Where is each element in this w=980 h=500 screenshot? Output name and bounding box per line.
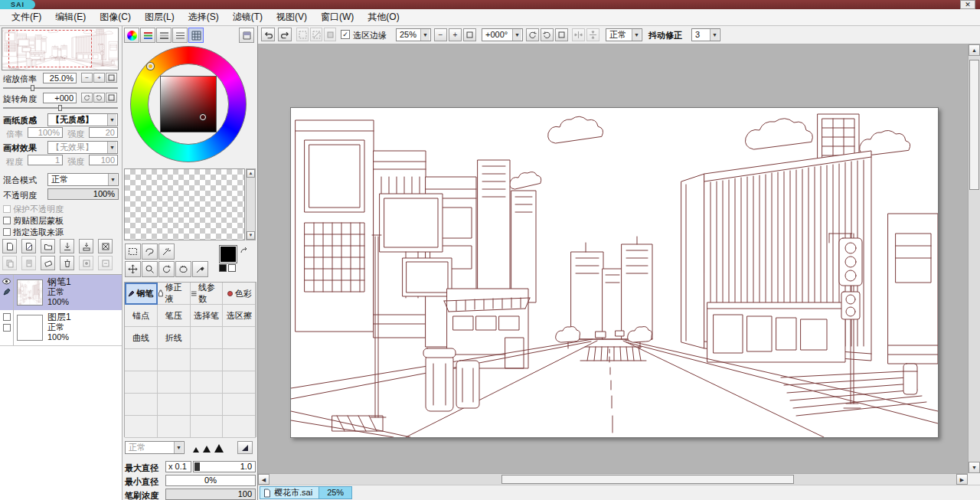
tool-slot-empty[interactable] [223, 371, 256, 394]
zoom-select[interactable]: 25%▼ [396, 28, 431, 41]
color-mixer-scratchpad[interactable] [124, 168, 245, 240]
invert-selection-button[interactable] [310, 28, 322, 41]
lock-checkbox[interactable] [3, 324, 11, 332]
layer-options-button[interactable] [98, 256, 113, 270]
option-clipping-mask[interactable]: 剪贴图层蒙板 [3, 215, 64, 225]
slider-handle[interactable] [194, 462, 200, 471]
current-color-swatch[interactable] [219, 245, 237, 263]
tool-slot-empty[interactable] [158, 416, 191, 438]
transfer-down-button[interactable] [60, 239, 74, 253]
scroll-up-icon[interactable]: ▲ [247, 169, 255, 178]
zoom-reset-button[interactable] [463, 28, 476, 41]
rect-select-tool-button[interactable] [125, 243, 141, 260]
tool-select-pen[interactable]: 选择笔 [191, 305, 224, 327]
navigator-preview[interactable] [2, 28, 119, 70]
menu-window[interactable]: 窗口(W) [314, 8, 361, 26]
menu-view[interactable]: 视图(V) [270, 8, 314, 26]
tool-slot-empty[interactable] [158, 349, 191, 371]
menu-layer[interactable]: 图层(L) [138, 8, 181, 26]
clear-layer-button[interactable] [98, 239, 113, 253]
navigator-zoom-value[interactable]: 25.0% [43, 73, 77, 83]
navigator-zoom-out-button[interactable]: − [81, 73, 93, 83]
eraser-tool-button[interactable] [41, 256, 55, 270]
document-tab[interactable]: 樱花市.sai 25% [260, 486, 352, 499]
color-wheel-tab-button[interactable] [124, 28, 139, 43]
copy-layer-button[interactable] [2, 256, 17, 270]
tool-slot-empty[interactable] [158, 394, 191, 416]
document-canvas[interactable] [290, 107, 939, 438]
menu-select[interactable]: 选择(S) [181, 8, 226, 26]
material-strength-value[interactable]: 100 [89, 155, 118, 165]
min-diameter-slider[interactable]: 0% [165, 475, 256, 486]
tool-slot-empty[interactable] [191, 416, 224, 438]
swatches-tab-button[interactable] [188, 28, 204, 43]
menu-edit[interactable]: 编辑(E) [48, 8, 93, 26]
scroll-right-icon[interactable]: ▶ [956, 474, 968, 485]
crop-selection-button[interactable] [324, 28, 336, 41]
flip-horizontal-button[interactable] [572, 28, 585, 41]
blend-mode-select[interactable]: 正常▼ [47, 173, 119, 186]
vertical-scroll-thumb[interactable] [969, 60, 979, 190]
flip-vertical-button[interactable] [586, 28, 599, 41]
lasso-tool-button[interactable] [142, 243, 158, 260]
zoom-out-button[interactable]: − [434, 28, 447, 41]
paper-texture-select[interactable]: 【无质感】▼ [47, 113, 118, 126]
tool-correction[interactable]: 修正液 [158, 283, 191, 305]
secondary-color-chip[interactable] [228, 264, 236, 272]
angle-select[interactable]: +000°▼ [482, 28, 523, 41]
brush-blend-select[interactable]: 正常▼ [125, 441, 185, 454]
layer-item-pen1[interactable]: 钢笔1 正常 100% [0, 275, 122, 311]
option-protect-opacity[interactable]: 保护不透明度 [3, 204, 64, 214]
material-effect-select[interactable]: 【无效果】▼ [47, 141, 118, 154]
brush-density-slider[interactable]: 100 [165, 489, 256, 500]
material-degree-value[interactable]: 1 [28, 155, 63, 165]
tool-line-params[interactable]: 线参数 [191, 283, 224, 305]
hand-tool-button[interactable] [175, 261, 191, 277]
mask-button[interactable] [79, 256, 93, 270]
brush-shape-icons[interactable] [193, 444, 224, 453]
scroll-up-icon[interactable]: ▲ [969, 44, 980, 56]
tool-anchor[interactable]: 锚点 [125, 305, 158, 327]
menu-others[interactable]: 其他(O) [361, 8, 406, 26]
stabilizer-select[interactable]: 3▼ [691, 28, 720, 41]
merge-down-button[interactable] [79, 239, 93, 253]
paint-mode-select[interactable]: 正常▼ [606, 28, 642, 41]
navigator-angle-slider[interactable] [3, 105, 118, 111]
scratchpad-scrollbar[interactable]: ▲ ▼ [246, 168, 256, 240]
new-layer-button[interactable] [2, 239, 17, 253]
tool-color[interactable]: 色彩 [223, 283, 256, 305]
max-diameter-slider[interactable]: 1.0 [193, 461, 256, 472]
new-linework-layer-button[interactable] [21, 239, 36, 253]
option-selection-source[interactable]: 指定选取来源 [3, 227, 64, 237]
tool-slot-empty[interactable] [191, 371, 224, 394]
tool-slot-empty[interactable] [191, 327, 224, 349]
rgb-sliders-tab-button[interactable] [140, 28, 155, 43]
tool-polyline[interactable]: 折线 [158, 327, 191, 349]
horizontal-scroll-thumb[interactable] [501, 475, 794, 484]
tool-slot-empty[interactable] [125, 349, 158, 371]
navigator-zoom-reset-button[interactable] [106, 73, 117, 83]
rotate-cw-button[interactable] [541, 28, 554, 41]
tool-slot-empty[interactable] [158, 371, 191, 394]
rotate-ccw-button[interactable] [526, 28, 539, 41]
navigator-angle-reset-button[interactable] [106, 93, 117, 103]
swap-color-icon[interactable] [239, 246, 250, 257]
menu-filter[interactable]: 滤镜(T) [226, 8, 270, 26]
visibility-eye-icon[interactable] [2, 278, 11, 285]
layer-item-layer1[interactable]: 图层1 正常 100% [0, 310, 122, 346]
redo-button[interactable] [278, 28, 292, 41]
tool-slot-empty[interactable] [125, 416, 158, 438]
zoom-in-button[interactable]: + [449, 28, 462, 41]
navigator-zoom-slider[interactable] [3, 85, 118, 91]
horizontal-scrollbar[interactable]: ◀ ▶ [258, 473, 968, 485]
navigator-rotate-ccw-button[interactable] [81, 93, 93, 103]
canvas-viewport[interactable] [258, 44, 968, 473]
brush-shape-select-button[interactable] [237, 441, 253, 454]
tool-slot-empty[interactable] [191, 394, 224, 416]
selection-edge-checkbox[interactable]: ✓ [341, 30, 350, 39]
tool-slot-empty[interactable] [125, 394, 158, 416]
move-tool-button[interactable] [125, 261, 141, 277]
zoom-tool-button[interactable] [142, 261, 158, 277]
paste-layer-button[interactable] [21, 256, 36, 270]
sv-marker[interactable] [200, 114, 206, 120]
